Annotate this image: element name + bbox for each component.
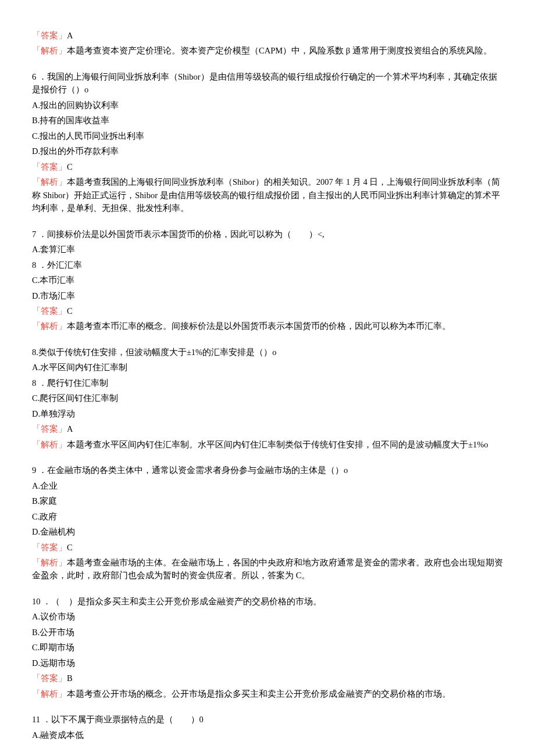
answer-value: A (67, 424, 73, 433)
q6-stem: 6 ．我国的上海银行间同业拆放利率（Shibor）是由信用等级较高的银行组成报价… (32, 70, 503, 96)
q9-option-c: C.政府 (32, 510, 503, 523)
analysis-label: 「解析」 (32, 689, 67, 698)
q9-option-b: B.家庭 (32, 495, 503, 507)
answer-value: C (67, 162, 73, 171)
answer-label: 「答案」 (32, 673, 67, 683)
q9-analysis: 「解析」本题考查金融市场的主体。在金融市场上，各国的中央政府和地方政府通常是资金… (32, 556, 503, 582)
q10-option-c: C.即期市场 (32, 641, 503, 654)
q10-option-b: B.公开市场 (32, 626, 503, 639)
q8-analysis: 「解析」本题考查水平区间内钉住汇率制。水平区间内钉住汇率制类似于传统钉住安排，但… (32, 438, 503, 451)
q9-option-a: A.企业 (32, 479, 503, 492)
q8-option-d: D.单独浮动 (32, 407, 503, 420)
answer-value: B (67, 673, 73, 683)
analysis-text: 本题考查公开市场的概念。公开市场是指众多买主和卖主公开竞价形成金融资产的交易价格… (67, 689, 451, 698)
analysis-label: 「解析」 (32, 46, 67, 55)
q6-option-a: A.报出的回购协议利率 (32, 99, 503, 112)
q6-analysis: 「解析」本题考查我国的上海银行间同业拆放利率（Shibor）的相关知识。2007… (32, 175, 503, 214)
answer-label: 「答案」 (32, 424, 67, 433)
q10-stem: 10 ．（ ）是指众多买主和卖主公开竞价形成金融资产的交易价格的市场。 (32, 595, 503, 608)
answer-label: 「答案」 (32, 31, 67, 40)
analysis-label: 「解析」 (32, 440, 67, 449)
q5-answer: 「答案」A (32, 29, 503, 42)
answer-label: 「答案」 (32, 306, 67, 316)
q11-option-a: A.融资成本低 (32, 729, 503, 741)
q7-analysis: 「解析」本题考查本币汇率的概念。间接标价法是以外国货币表示本国货币的价格，因此可… (32, 320, 503, 332)
q10-answer: 「答案」B (32, 672, 503, 685)
q10-option-a: A.议价市场 (32, 610, 503, 623)
q7-option-d: D.市场汇率 (32, 289, 503, 302)
q9-option-d: D.金融机构 (32, 525, 503, 538)
analysis-label: 「解析」 (32, 321, 67, 331)
q10-analysis: 「解析」本题考查公开市场的概念。公开市场是指众多买主和卖主公开竞价形成金融资产的… (32, 687, 503, 700)
q9-answer: 「答案」C (32, 541, 503, 554)
answer-value: C (67, 543, 73, 552)
q11-stem: 11 ．以下不属于商业票据特点的是（ ）0 (32, 713, 503, 726)
q8-option-8: 8 ．爬行钉住汇率制 (32, 377, 503, 389)
q7-answer: 「答案」C (32, 304, 503, 317)
analysis-text: 本题考查资本资产定价理论。资本资产定价模型（CAPM）中，风险系数 β 通常用于… (67, 46, 492, 55)
q5-analysis: 「解析」本题考查资本资产定价理论。资本资产定价模型（CAPM）中，风险系数 β … (32, 44, 503, 57)
q6-option-b: B.持有的国库收益率 (32, 114, 503, 127)
answer-value: A (67, 31, 73, 40)
q8-stem: 8.类似于传统钉住安排，但波动幅度大于±1%的汇率安排是（）o (32, 346, 503, 359)
q10-option-d: D.远期市场 (32, 657, 503, 669)
q9-stem: 9 ．在金融市场的各类主体中，通常以资金需求者身份参与金融市场的主体是（）o (32, 464, 503, 476)
q6-answer: 「答案」C (32, 160, 503, 173)
q7-option-8: 8 ．外汇汇率 (32, 259, 503, 271)
analysis-text: 本题考查水平区间内钉住汇率制。水平区间内钉住汇率制类似于传统钉住安排，但不同的是… (67, 440, 488, 449)
answer-label: 「答案」 (32, 162, 67, 171)
analysis-text: 本题考查金融市场的主体。在金融市场上，各国的中央政府和地方政府通常是资金的需求者… (32, 558, 503, 580)
analysis-text: 本题考查我国的上海银行间同业拆放利率（Shibor）的相关知识。2007 年 1… (32, 177, 500, 213)
answer-value: C (67, 306, 73, 316)
answer-label: 「答案」 (32, 543, 67, 552)
analysis-label: 「解析」 (32, 177, 67, 187)
analysis-label: 「解析」 (32, 558, 67, 567)
analysis-text: 本题考查本币汇率的概念。间接标价法是以外国货币表示本国货币的价格，因此可以称为本… (67, 321, 451, 331)
q8-option-a: A.水平区间内钉住汇率制 (32, 361, 503, 374)
q7-option-c: C.本币汇率 (32, 274, 503, 286)
q7-option-a: A.套算汇率 (32, 243, 503, 256)
q6-option-c: C.报出的人民币同业拆出利率 (32, 130, 503, 142)
q8-option-c: C.爬行区间钉住汇率制 (32, 392, 503, 404)
q8-answer: 「答案」A (32, 422, 503, 435)
q6-option-d: D.报出的外币存款利率 (32, 145, 503, 157)
q7-stem: 7 ．间接标价法是以外国货币表示本国货币的价格，因此可以称为（ ）<, (32, 228, 503, 241)
